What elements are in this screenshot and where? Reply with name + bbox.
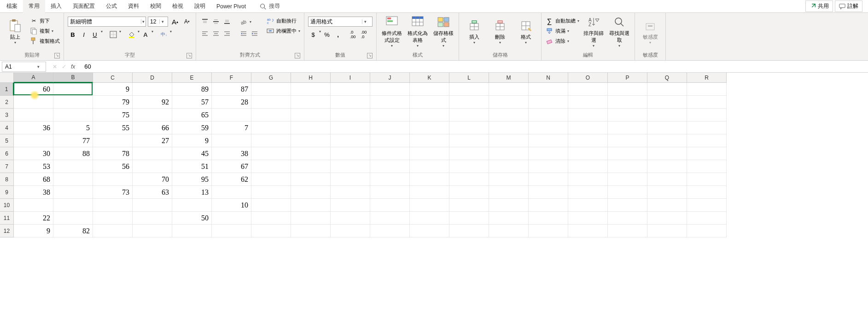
cell[interactable] [608, 109, 647, 121]
cell[interactable] [568, 147, 608, 160]
cell[interactable] [529, 225, 568, 237]
chevron-down-icon[interactable]: ▾ [101, 29, 103, 40]
cell[interactable]: 30 [14, 147, 53, 160]
column-header[interactable]: F [212, 73, 251, 83]
fx-icon[interactable]: fx [71, 64, 75, 70]
cell[interactable] [53, 199, 93, 212]
cell[interactable] [370, 109, 410, 121]
cell[interactable] [489, 186, 529, 199]
cell[interactable]: 70 [133, 173, 172, 186]
cell[interactable] [568, 225, 608, 237]
cell[interactable] [410, 173, 449, 186]
autosum-button[interactable]: ∑自動加總 ▾ [545, 17, 579, 25]
cell[interactable] [568, 134, 608, 147]
cell[interactable] [647, 134, 687, 147]
cell[interactable] [647, 147, 687, 160]
cell[interactable]: 87 [212, 83, 251, 96]
merge-center-button[interactable]: 跨欄置中 ▾ [266, 27, 300, 35]
cell[interactable]: 68 [14, 173, 53, 186]
cell[interactable] [568, 109, 608, 121]
cell[interactable] [529, 147, 568, 160]
bold-button[interactable]: B [68, 29, 78, 40]
cell[interactable] [449, 83, 489, 96]
comments-button[interactable]: 註解 [835, 0, 862, 12]
cell[interactable] [331, 225, 370, 237]
cell[interactable] [93, 173, 133, 186]
cell[interactable] [687, 186, 727, 199]
cell[interactable] [608, 199, 647, 212]
grow-font-button[interactable]: A▴ [170, 17, 180, 27]
cell[interactable] [331, 109, 370, 121]
menu-tab-review[interactable]: 校閱 [145, 0, 167, 13]
cell[interactable] [449, 199, 489, 212]
decrease-decimal-button[interactable]: .00.0 [359, 29, 369, 40]
cell[interactable] [608, 160, 647, 173]
cell[interactable]: 62 [212, 173, 251, 186]
align-top-button[interactable] [200, 17, 210, 27]
cell[interactable] [449, 121, 489, 134]
cell[interactable]: 89 [172, 83, 212, 96]
conditional-formatting-button[interactable]: 條件式格式設定▾ [380, 15, 403, 49]
copy-button[interactable]: 複製 ▾ [29, 27, 60, 35]
cell[interactable] [370, 173, 410, 186]
cell[interactable]: 59 [172, 121, 212, 134]
cell[interactable] [291, 186, 331, 199]
cell[interactable] [449, 147, 489, 160]
dialog-launcher-icon[interactable]: ↘ [186, 53, 192, 58]
font-size-combo[interactable]: ▾ [148, 17, 168, 27]
column-header[interactable]: H [291, 73, 331, 83]
cell[interactable] [331, 186, 370, 199]
cell[interactable] [687, 109, 727, 121]
cell[interactable] [251, 121, 291, 134]
cell[interactable] [370, 96, 410, 109]
cell[interactable]: 78 [93, 147, 133, 160]
cell[interactable] [291, 160, 331, 173]
font-name-input[interactable] [68, 18, 141, 25]
cell[interactable] [489, 109, 529, 121]
cell[interactable] [93, 225, 133, 237]
cell[interactable] [568, 121, 608, 134]
column-header[interactable]: M [489, 73, 529, 83]
underline-button[interactable]: U [90, 29, 100, 40]
cell[interactable]: 57 [172, 96, 212, 109]
cell[interactable] [93, 199, 133, 212]
cell[interactable] [212, 186, 251, 199]
cell[interactable] [449, 134, 489, 147]
cell[interactable] [53, 186, 93, 199]
cell[interactable] [608, 225, 647, 237]
cut-button[interactable]: ✂剪下 [29, 17, 60, 25]
cell[interactable]: 79 [93, 96, 133, 109]
chevron-down-icon[interactable]: ▾ [250, 20, 251, 24]
cell[interactable]: 13 [172, 186, 212, 199]
column-header[interactable]: K [410, 73, 449, 83]
cell[interactable] [647, 225, 687, 237]
align-left-button[interactable] [200, 29, 210, 39]
chevron-down-icon[interactable]: ▾ [119, 29, 121, 40]
cell[interactable] [568, 199, 608, 212]
chevron-down-icon[interactable]: ▾ [159, 19, 166, 24]
select-all-corner[interactable] [0, 73, 14, 83]
cell[interactable]: 10 [212, 199, 251, 212]
cell[interactable] [370, 160, 410, 173]
menu-tab-file[interactable]: 檔案 [1, 0, 23, 13]
menu-tab-powerpivot[interactable]: Power Pivot [211, 0, 251, 12]
cell[interactable] [410, 212, 449, 225]
wrap-text-button[interactable]: abc自動換行 [266, 17, 300, 25]
cell[interactable] [410, 96, 449, 109]
find-select-button[interactable]: 尋找與選取▾ [608, 15, 631, 49]
cell[interactable] [370, 186, 410, 199]
dialog-launcher-icon[interactable]: ↘ [54, 53, 60, 58]
cell[interactable] [529, 96, 568, 109]
row-header[interactable]: 10 [0, 199, 14, 212]
cancel-formula-icon[interactable]: ✕ [52, 64, 57, 70]
row-header[interactable]: 6 [0, 147, 14, 160]
cell[interactable] [291, 147, 331, 160]
cell[interactable]: 27 [133, 134, 172, 147]
cell[interactable] [251, 212, 291, 225]
chevron-down-icon[interactable]: ▾ [35, 64, 42, 69]
column-header[interactable]: B [53, 73, 93, 83]
cell[interactable] [291, 121, 331, 134]
name-box-input[interactable] [2, 64, 35, 70]
font-size-input[interactable] [148, 18, 159, 25]
cell[interactable] [53, 173, 93, 186]
